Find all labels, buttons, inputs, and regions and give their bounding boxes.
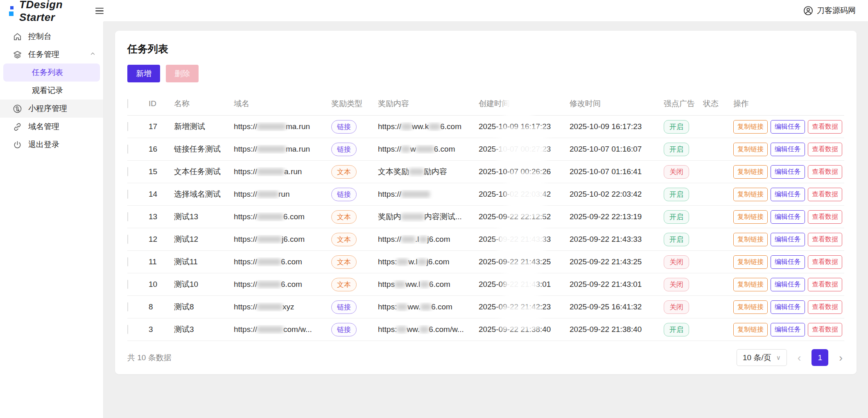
view-data-button[interactable]: 查看数据 [808, 323, 842, 336]
ad-status-tag: 开启 [664, 143, 689, 156]
sidebar-item[interactable]: 小程序管理 [0, 100, 103, 118]
row-checkbox[interactable] [127, 302, 128, 311]
cell-created: 2025-09-22 21:43:01 [479, 280, 570, 289]
table-row: 11 测试11 https://6.com 文本 https:w.lj6.com… [127, 251, 844, 273]
row-checkbox[interactable] [127, 122, 128, 131]
edit-task-button[interactable]: 编辑任务 [771, 278, 805, 291]
table-row: 17 新增测试 https://ma.run 链接 https://ww.k6.… [127, 116, 844, 138]
copy-link-button[interactable]: 复制链接 [733, 210, 768, 224]
edit-task-button[interactable]: 编辑任务 [771, 233, 805, 246]
edit-task-button[interactable]: 编辑任务 [771, 323, 805, 336]
cell-id: 8 [149, 302, 174, 311]
row-checkbox[interactable] [127, 235, 128, 244]
copy-link-button[interactable]: 复制链接 [733, 165, 768, 179]
view-data-button[interactable]: 查看数据 [808, 278, 842, 291]
cell-created: 2025-09-22 21:43:25 [479, 257, 570, 266]
cell-created: 2025-10-07 00:26:26 [479, 167, 570, 176]
row-checkbox[interactable] [127, 280, 128, 289]
sidebar-subitem[interactable]: 观看记录 [3, 82, 100, 100]
delete-button[interactable]: 删除 [166, 65, 199, 82]
cell-created: 2025-10-09 16:17:23 [479, 122, 570, 131]
ad-status-tag: 开启 [664, 120, 689, 134]
cell-actions: 复制链接 编辑任务 查看数据 [733, 188, 844, 201]
view-data-button[interactable]: 查看数据 [808, 233, 842, 246]
cell-reward-type: 链接 [331, 143, 378, 156]
page-size-select[interactable]: 10 条/页 ∨ [737, 349, 787, 366]
cell-ad: 关闭 [664, 165, 703, 179]
redacted-text [401, 191, 430, 198]
view-data-button[interactable]: 查看数据 [808, 210, 842, 224]
redacted-text [257, 281, 281, 288]
copy-link-button[interactable]: 复制链接 [733, 323, 768, 336]
sidebar-item[interactable]: 任务管理 [0, 45, 103, 64]
copy-link-button[interactable]: 复制链接 [733, 233, 768, 246]
cell-id: 17 [149, 122, 174, 131]
row-checkbox[interactable] [127, 190, 128, 199]
copy-link-button[interactable]: 复制链接 [733, 255, 768, 269]
cell-ad: 开启 [664, 210, 703, 224]
copy-link-button[interactable]: 复制链接 [733, 300, 768, 314]
sidebar-item[interactable]: 退出登录 [0, 136, 103, 154]
prev-page-icon[interactable]: ‹ [796, 352, 803, 363]
redacted-text [420, 281, 429, 288]
menu-collapse-icon[interactable] [95, 6, 104, 16]
copy-link-button[interactable]: 复制链接 [733, 188, 768, 201]
cell-domain: https://a.run [234, 167, 331, 176]
cell-name: 测试12 [174, 234, 234, 245]
reward-type-tag: 链接 [331, 300, 357, 314]
redacted-text [257, 326, 283, 333]
edit-task-button[interactable]: 编辑任务 [771, 255, 805, 269]
row-checkbox[interactable] [127, 212, 128, 221]
sidebar-subitem[interactable]: 任务列表 [3, 64, 100, 82]
copy-link-button[interactable]: 复制链接 [733, 278, 768, 291]
redacted-text [257, 304, 283, 310]
edit-task-button[interactable]: 编辑任务 [771, 188, 805, 201]
user-menu[interactable]: 刀客源码网 [803, 5, 856, 16]
row-checkbox[interactable] [127, 325, 128, 334]
view-data-button[interactable]: 查看数据 [808, 300, 842, 314]
edit-task-button[interactable]: 编辑任务 [771, 165, 805, 179]
page-number-button[interactable]: 1 [811, 349, 828, 366]
redacted-text [409, 168, 424, 175]
ad-status-tag: 关闭 [664, 255, 689, 269]
cell-id: 12 [149, 235, 174, 244]
cell-reward-type: 文本 [331, 165, 378, 179]
copy-link-button[interactable]: 复制链接 [733, 143, 768, 156]
redacted-text [429, 123, 440, 130]
cell-domain: https://6.com [234, 257, 331, 266]
add-button[interactable]: 新增 [127, 65, 160, 82]
table-row: 8 测试8 https://xyz 链接 https:ww.6.com 2025… [127, 296, 844, 318]
cell-modified: 2025-09-25 16:41:32 [570, 302, 664, 311]
view-data-button[interactable]: 查看数据 [808, 255, 842, 269]
cell-name: 测试10 [174, 279, 234, 290]
redacted-text [397, 259, 408, 265]
edit-task-button[interactable]: 编辑任务 [771, 120, 805, 134]
cell-actions: 复制链接 编辑任务 查看数据 [733, 278, 844, 291]
select-all-checkbox[interactable] [127, 99, 128, 108]
redacted-text [416, 146, 434, 152]
cell-actions: 复制链接 编辑任务 查看数据 [733, 300, 844, 314]
view-data-button[interactable]: 查看数据 [808, 120, 842, 134]
view-data-button[interactable]: 查看数据 [808, 143, 842, 156]
redacted-text [397, 304, 407, 310]
sidebar-item[interactable]: 域名管理 [0, 118, 103, 136]
view-data-button[interactable]: 查看数据 [808, 188, 842, 201]
toolbar: 新增 删除 [127, 65, 844, 82]
copy-link-button[interactable]: 复制链接 [733, 120, 768, 134]
row-checkbox[interactable] [127, 257, 128, 266]
edit-task-button[interactable]: 编辑任务 [771, 300, 805, 314]
cell-id: 16 [149, 145, 174, 154]
column-header: 状态 [703, 98, 733, 109]
edit-task-button[interactable]: 编辑任务 [771, 143, 805, 156]
cell-name: 新增测试 [174, 121, 234, 132]
row-checkbox[interactable] [127, 167, 128, 176]
ad-status-tag: 关闭 [664, 300, 689, 314]
chevron-up-icon [90, 50, 96, 59]
edit-task-button[interactable]: 编辑任务 [771, 210, 805, 224]
row-checkbox[interactable] [127, 145, 128, 154]
cell-created: 2025-10-07 00:27:23 [479, 145, 570, 154]
view-data-button[interactable]: 查看数据 [808, 165, 842, 179]
next-page-icon[interactable]: › [837, 352, 844, 363]
ad-status-tag: 开启 [664, 233, 689, 246]
sidebar-item[interactable]: 控制台 [0, 27, 103, 45]
